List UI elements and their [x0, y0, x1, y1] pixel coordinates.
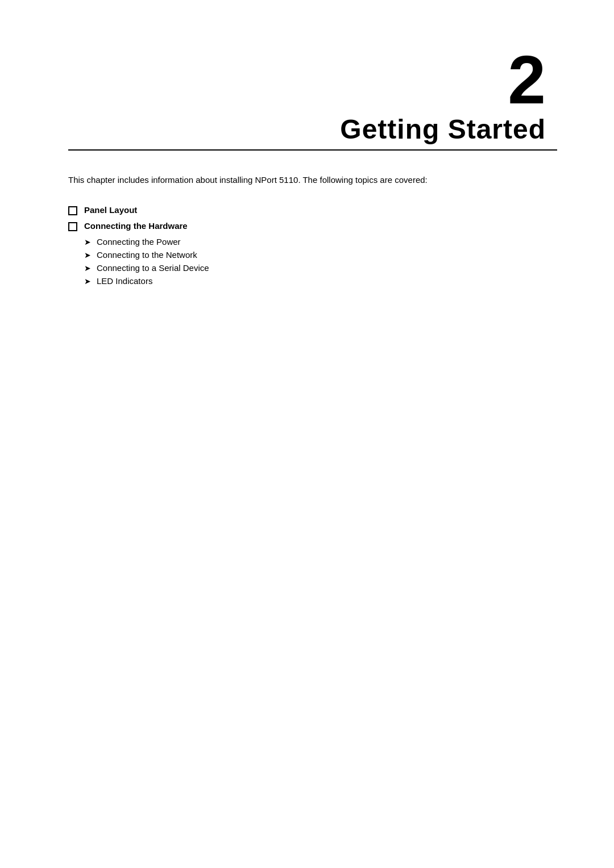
toc-sub-item-led-indicators: ➤ LED Indicators [84, 276, 557, 286]
arrow-icon-connecting-serial: ➤ [84, 264, 91, 273]
toc-main-item-panel-layout: Panel Layout [68, 205, 557, 215]
toc-sub-label-connecting-network: Connecting to the Network [97, 250, 197, 260]
chapter-divider [68, 149, 557, 151]
toc-label-connecting-hardware: Connecting the Hardware [84, 221, 188, 231]
toc-label-panel-layout: Panel Layout [84, 205, 137, 215]
intro-text: This chapter includes information about … [68, 173, 557, 187]
chapter-number: 2 [68, 45, 546, 114]
toc-sub-item-connecting-serial: ➤ Connecting to a Serial Device [84, 263, 557, 273]
toc-sub-label-connecting-serial: Connecting to a Serial Device [97, 263, 209, 273]
toc-main-item-connecting-hardware: Connecting the Hardware [68, 221, 557, 231]
arrow-icon-connecting-network: ➤ [84, 251, 91, 260]
page: 2 Getting Started This chapter includes … [0, 0, 614, 868]
toc-sub-item-connecting-network: ➤ Connecting to the Network [84, 250, 557, 260]
arrow-icon-led-indicators: ➤ [84, 277, 91, 286]
toc-sub-label-led-indicators: LED Indicators [97, 276, 152, 286]
toc-sub-label-connecting-power: Connecting the Power [97, 237, 181, 247]
chapter-title: Getting Started [68, 114, 546, 145]
checkbox-icon-connecting-hardware [68, 222, 77, 231]
arrow-icon-connecting-power: ➤ [84, 237, 91, 247]
toc-list: Panel Layout Connecting the Hardware ➤ C… [68, 205, 557, 286]
toc-sub-item-connecting-power: ➤ Connecting the Power [84, 237, 557, 247]
toc-sub-list: ➤ Connecting the Power ➤ Connecting to t… [84, 237, 557, 286]
checkbox-icon-panel-layout [68, 206, 77, 215]
